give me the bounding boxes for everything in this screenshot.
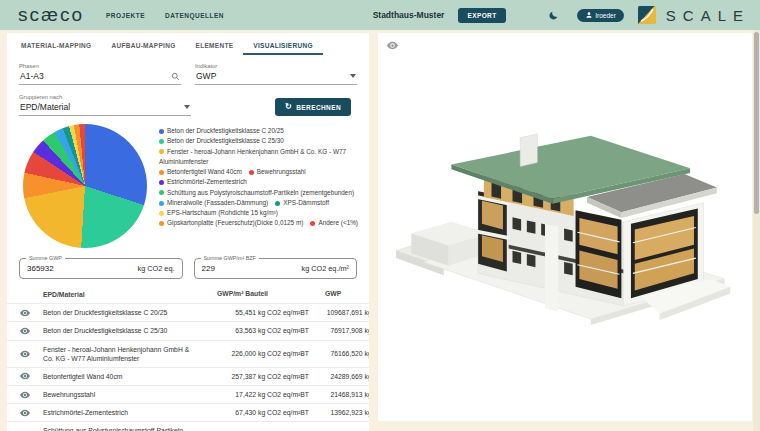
material-name: Beton der Druckfestigkeitsklasse C 20/25 — [43, 308, 203, 317]
refresh-icon: ↻ — [285, 103, 292, 111]
material-name: Bewehrungsstahl — [43, 390, 203, 399]
legend-dot — [159, 180, 164, 185]
col-gwp-m2: GWP/m² Bauteil — [203, 290, 309, 299]
tab[interactable]: VISUALISIERUNG — [243, 37, 322, 55]
search-icon[interactable] — [171, 72, 180, 81]
dark-mode-icon[interactable] — [548, 10, 559, 21]
eye-icon[interactable] — [20, 391, 30, 399]
col-epd-material: EPD/Material — [43, 290, 203, 299]
table-row: Fenster - heroal-Johann Henkenjohann Gmb… — [7, 340, 369, 367]
brand-name: SCALE — [666, 7, 750, 24]
legend-item: Bewehrungsstahl — [249, 167, 306, 177]
gwp-value: 76917,908 kg CO2 eq — [309, 327, 369, 334]
indikator-field[interactable]: Indikator GWP — [195, 63, 357, 85]
app-logo: scæco — [18, 4, 84, 26]
legend-item: Fenster - heroal-Johann Henkenjohann Gmb… — [159, 147, 361, 168]
legend-dot — [159, 139, 164, 144]
scale-logo-icon — [638, 6, 656, 24]
chevron-down-icon[interactable] — [350, 74, 356, 78]
legend-dot — [249, 170, 254, 175]
analysis-panel: MATERIAL-MAPPING AUFBAU-MAPPING ELEMENTE… — [7, 33, 369, 431]
tab[interactable]: ELEMENTE — [186, 37, 244, 55]
page-scrollbar-track — [753, 30, 760, 431]
pie-chart[interactable] — [23, 124, 147, 248]
phasen-value: A1-A3 — [20, 71, 44, 81]
legend-item: Andere (<1%) — [310, 218, 358, 228]
pie-legend: Beton der Druckfestigkeitsklasse C 20/25… — [159, 124, 361, 248]
tab[interactable]: AUFBAU-MAPPING — [101, 37, 185, 55]
gruppieren-value: EPD/Material — [20, 102, 70, 112]
eye-icon[interactable] — [20, 372, 30, 380]
eye-icon[interactable] — [20, 409, 30, 417]
summe-gwp-m2-label: Summe GWP/m² BZF — [201, 255, 259, 261]
legend-dot — [159, 149, 164, 154]
summe-gwp-value: 365932 — [27, 264, 54, 273]
gwp-per-m2-value: 63,563 kg CO2 eq/m²BT — [203, 327, 309, 334]
legend-dot — [159, 201, 164, 206]
summe-gwp-label: Summe GWP — [26, 255, 65, 261]
material-name: Estrichmörtel-Zementestrich — [43, 408, 203, 417]
material-table: EPD/Material GWP/m² Bauteil GWP Beton de… — [7, 287, 369, 431]
project-title: Stadthaus-Muster — [373, 10, 445, 20]
legend-item: Betonfertigteil Wand 40cm — [159, 167, 242, 177]
legend-dot — [159, 211, 164, 216]
legend-item: Beton der Druckfestigkeitsklasse C 25/30 — [159, 136, 284, 146]
building-3d-view[interactable] — [396, 111, 736, 331]
legend-dot — [310, 221, 315, 226]
page-scrollbar-thumb[interactable] — [754, 32, 759, 214]
material-name: Beton der Druckfestigkeitsklasse C 25/30 — [43, 326, 203, 335]
gwp-value: 21468,913 kg CO2 eq — [309, 391, 369, 398]
summe-gwp-m2-field[interactable]: Summe GWP/m² BZF 229 kg CO2 eq./m² — [194, 258, 358, 279]
gwp-value: 76166,520 kg CO2 eq — [309, 350, 369, 357]
eye-icon[interactable] — [20, 327, 30, 335]
table-row: Betonfertigteil Wand 40cm 257,387 kg CO2… — [7, 367, 369, 385]
eye-icon[interactable] — [20, 309, 30, 317]
nav-item[interactable]: PROJEKTE — [106, 12, 145, 19]
table-row: Estrichmörtel-Zementestrich 67,430 kg CO… — [7, 403, 369, 421]
summe-gwp-field[interactable]: Summe GWP 365932 kg CO2 eq. — [19, 258, 183, 279]
eye-icon[interactable] — [20, 350, 30, 358]
berechnen-label: BERECHNEN — [296, 104, 341, 111]
gwp-per-m2-value: 17,422 kg CO2 eq/m²BT — [203, 391, 309, 398]
gruppieren-label: Gruppieren nach — [19, 94, 191, 100]
chevron-down-icon[interactable] — [184, 105, 190, 109]
table-body: Beton der Druckfestigkeitsklasse C 20/25… — [7, 303, 369, 431]
legend-dot — [275, 201, 280, 206]
tab[interactable]: MATERIAL-MAPPING — [11, 37, 101, 55]
gwp-per-m2-value: 226,000 kg CO2 eq/m²BT — [203, 350, 309, 357]
gruppieren-field[interactable]: Gruppieren nach EPD/Material — [19, 94, 191, 116]
berechnen-button[interactable]: ↻ BERECHNEN — [275, 98, 351, 116]
col-gwp: GWP — [309, 290, 369, 299]
viewer-eye-icon[interactable] — [387, 41, 398, 50]
legend-dot — [159, 129, 164, 134]
legend-item: XPS-Dämmstoff — [275, 198, 329, 208]
legend-dot — [159, 190, 164, 195]
viewer-panel[interactable] — [378, 33, 752, 421]
table-row: Beton der Druckfestigkeitsklasse C 25/30… — [7, 321, 369, 339]
table-header: EPD/Material GWP/m² Bauteil GWP — [7, 287, 369, 303]
export-button[interactable]: EXPORT — [458, 8, 505, 23]
tab-bar: MATERIAL-MAPPING AUFBAU-MAPPING ELEMENTE… — [7, 33, 369, 55]
legend-item: Gipskartonplatte (Feuerschutz)(Dicke 0,0… — [159, 218, 303, 228]
gwp-per-m2-value: 55,451 kg CO2 eq/m²BT — [203, 309, 309, 316]
material-name: Schüttung aus Polystyrolschaumstoff-Part… — [43, 426, 203, 431]
legend-item: EPS-Hartschaum (Rohdichte 15 kg/m³) — [159, 208, 278, 218]
legend-item: Beton der Druckfestigkeitsklasse C 20/25 — [159, 126, 284, 136]
summe-gwp-m2-value: 229 — [202, 264, 215, 273]
legend-item: Mineralwolle (Fassaden-Dämmung) — [159, 198, 268, 208]
material-name: Fenster - heroal-Johann Henkenjohann Gmb… — [43, 345, 203, 363]
summe-gwp-m2-unit: kg CO2 eq./m² — [302, 264, 349, 273]
phasen-field[interactable]: Phasen A1-A3 — [19, 63, 181, 85]
phasen-label: Phasen — [19, 63, 181, 69]
gwp-value: 109687,691 kg CO2 eq — [309, 309, 369, 316]
table-row: Bewehrungsstahl 17,422 kg CO2 eq/m²BT 21… — [7, 385, 369, 403]
user-menu[interactable]: lroeder — [577, 9, 624, 22]
app-header: scæco PROJEKTE DATENQUELLEN Stadthaus-Mu… — [0, 0, 760, 30]
indikator-label: Indikator — [195, 63, 357, 69]
legend-item: Estrichmörtel-Zementestrich — [159, 177, 247, 187]
legend-dot — [159, 170, 164, 175]
gwp-value: 13962,923 kg CO2 eq — [309, 409, 369, 416]
nav-item[interactable]: DATENQUELLEN — [165, 12, 224, 19]
gwp-per-m2-value: 257,387 kg CO2 eq/m²BT — [203, 373, 309, 380]
gwp-value: 24289,669 kg CO2 eq — [309, 373, 369, 380]
